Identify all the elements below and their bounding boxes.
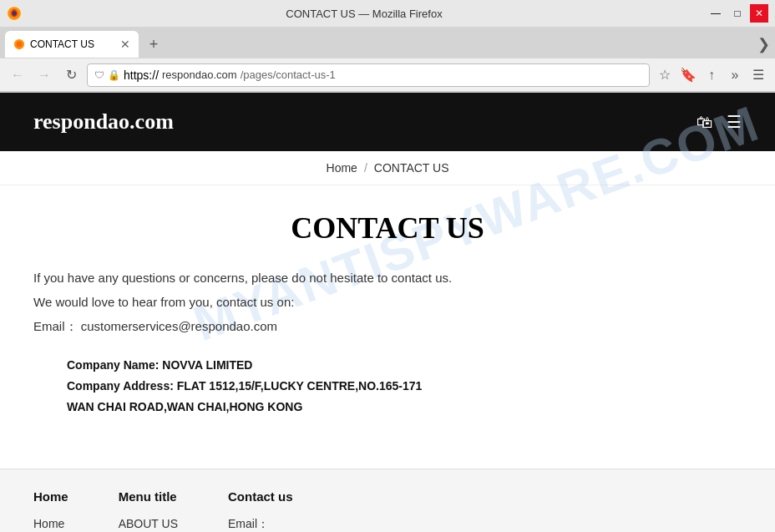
email-label: Email： <box>33 319 78 333</box>
window-controls[interactable]: — □ ✕ <box>707 4 768 23</box>
nav-right: 🛍 ☰ <box>696 112 742 132</box>
company-info: Company Name: NOVVA LIMITED Company Addr… <box>33 355 742 418</box>
company-address-value-2: WAN CHAI ROAD,WAN CHAI,HONG KONG <box>67 400 302 413</box>
footer-col1-link1[interactable]: Home <box>33 514 68 532</box>
main-content: MYANTISPYWARE.COM CONTACT US If you have… <box>0 185 775 452</box>
footer-col3-email-label: Email： <box>228 514 293 532</box>
breadcrumb-current: CONTACT US <box>374 161 449 175</box>
email-value[interactable]: customerservices@respondao.com <box>81 319 277 333</box>
company-name-value: NOVVA LIMITED <box>162 358 252 372</box>
email-line: Email： customerservices@respondao.com <box>33 319 742 335</box>
extensions-icon[interactable]: ↑ <box>702 65 722 85</box>
tab-list-chevron[interactable]: ❯ <box>757 35 770 53</box>
contact-paragraph-2: We would love to hear from you, contact … <box>33 295 742 309</box>
lock-icon: 🔒 <box>108 69 120 81</box>
minimize-button[interactable]: — <box>707 4 725 23</box>
footer-col3-heading: Contact us <box>228 489 293 504</box>
url-domain: respondao.com <box>162 68 237 81</box>
contact-paragraph-1: If you have any questions or concerns, p… <box>33 271 742 285</box>
svg-point-4 <box>17 42 23 48</box>
tab-bar: CONTACT US ✕ + ❯ <box>0 27 775 58</box>
footer-col-contact: Contact us Email： <box>228 489 293 532</box>
company-name-label: Company Name: <box>67 358 159 372</box>
footer-col1-heading: Home <box>33 489 68 504</box>
footer-col2-link1[interactable]: ABOUT US <box>119 514 178 532</box>
breadcrumb-home[interactable]: Home <box>327 161 357 175</box>
toolbar-icons: ☆ 🔖 ↑ » ☰ <box>655 65 768 85</box>
page-title: CONTACT US <box>33 210 742 246</box>
title-bar: CONTACT US — Mozilla Firefox — □ ✕ <box>0 0 775 27</box>
hamburger-nav-icon[interactable]: ☰ <box>727 112 742 132</box>
address-bar: ← → ↻ 🛡 🔒 https://respondao.com/pages/co… <box>0 58 775 92</box>
site-logo[interactable]: respondao.com <box>33 109 174 134</box>
reload-button[interactable]: ↻ <box>60 64 82 86</box>
active-tab[interactable]: CONTACT US ✕ <box>5 31 139 58</box>
url-bar[interactable]: 🛡 🔒 https://respondao.com/pages/contact-… <box>87 63 650 87</box>
company-address-line1: Company Address: FLAT 1512,15/F,LUCKY CE… <box>33 376 742 397</box>
more-tools-icon[interactable]: » <box>725 65 745 85</box>
svg-point-2 <box>12 11 17 16</box>
back-button[interactable]: ← <box>7 64 28 86</box>
company-address-line2: WAN CHAI ROAD,WAN CHAI,HONG KONG <box>33 397 742 418</box>
firefox-icon <box>7 6 22 21</box>
cart-icon[interactable]: 🛍 <box>696 113 713 132</box>
website: respondao.com 🛍 ☰ Home / CONTACT US MYAN… <box>0 93 775 532</box>
tab-close-button[interactable]: ✕ <box>120 38 130 51</box>
new-tab-button[interactable]: + <box>142 33 165 56</box>
url-protocol: https:// <box>124 68 159 82</box>
browser-chrome: CONTACT US — Mozilla Firefox — □ ✕ CONTA… <box>0 0 775 93</box>
breadcrumb: Home / CONTACT US <box>0 151 775 185</box>
tab-favicon <box>13 38 25 50</box>
site-footer: Home Home Menu title ABOUT US Contact us… <box>0 469 775 532</box>
maximize-button[interactable]: □ <box>728 4 747 23</box>
footer-col2-heading: Menu title <box>119 489 178 504</box>
site-navigation: respondao.com 🛍 ☰ <box>0 93 775 151</box>
company-address-value-1: FLAT 1512,15/F,LUCKY CENTRE,NO.165-171 <box>177 379 423 393</box>
reading-list-icon[interactable]: 🔖 <box>678 65 698 85</box>
hamburger-menu-icon[interactable]: ☰ <box>748 65 768 85</box>
shield-icon: 🛡 <box>94 69 104 81</box>
close-button[interactable]: ✕ <box>750 4 768 23</box>
url-path: /pages/contact-us-1 <box>241 68 336 81</box>
breadcrumb-separator: / <box>364 161 367 175</box>
tab-label: CONTACT US <box>30 38 115 50</box>
company-name-line: Company Name: NOVVA LIMITED <box>33 355 742 376</box>
bookmark-icon[interactable]: ☆ <box>655 65 675 85</box>
footer-col-home: Home Home <box>33 489 68 532</box>
window-title: CONTACT US — Mozilla Firefox <box>22 8 707 20</box>
footer-col-menu: Menu title ABOUT US <box>119 489 178 532</box>
company-address-label: Company Address: <box>67 379 174 393</box>
forward-button[interactable]: → <box>33 64 55 86</box>
